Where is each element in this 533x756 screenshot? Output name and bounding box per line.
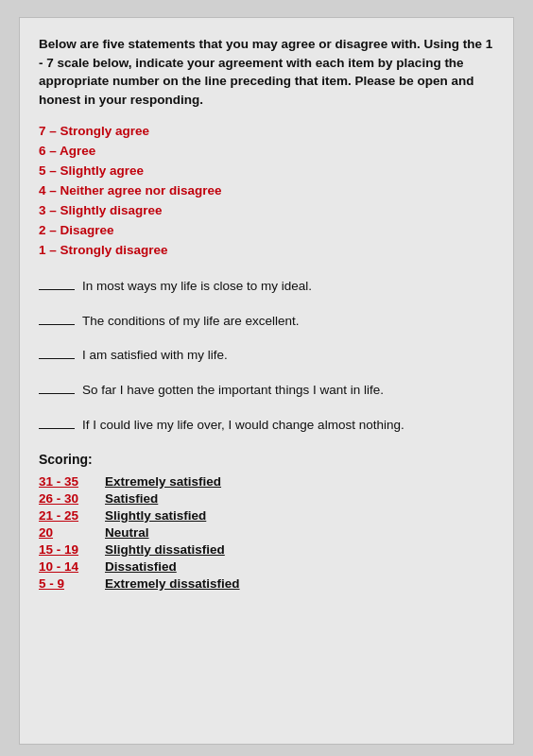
scale-item-2: 2 – Disagree [39,221,494,241]
scoring-row-6: 10 - 14 Dissatisfied [39,558,494,575]
score-range-2: 26 - 30 [39,490,105,507]
statement-row-3: I am satisfied with my life. [39,347,494,365]
instructions-text: Below are five statements that you may a… [39,35,494,109]
scale-item-1: 1 – Strongly disagree [39,241,494,261]
scale-item-5: 5 – Slightly agree [39,162,494,181]
scale-item-3: 3 – Slightly disagree [39,201,494,221]
score-label-5: Slightly dissatisfied [105,541,494,558]
score-range-6: 10 - 14 [39,558,105,575]
scoring-row-3: 21 - 25 Slightly satisfied [39,507,494,524]
scoring-row-4: 20 Neutral [39,524,494,541]
statement-row-4: So far I have gotten the important thing… [39,382,494,400]
score-label-3: Slightly satisfied [105,507,494,524]
answer-blank-3 [39,358,75,359]
score-label-7: Extremely dissatisfied [105,575,494,592]
statement-text-1: In most ways my life is close to my idea… [82,278,494,296]
scoring-title: Scoring: [39,452,494,467]
statement-text-2: The conditions of my life are excellent. [82,313,494,331]
score-range-7: 5 - 9 [39,575,105,592]
score-label-1: Extremely satisfied [105,472,494,490]
scoring-row-5: 15 - 19 Slightly dissatisfied [39,541,494,558]
statement-text-5: If I could live my life over, I would ch… [82,417,494,435]
scoring-row-1: 31 - 35 Extremely satisfied [39,472,494,490]
scale-list: 7 – Strongly agree 6 – Agree 5 – Slightl… [39,122,494,260]
scoring-table: 31 - 35 Extremely satisfied 26 - 30 Sati… [39,472,494,592]
answer-blank-5 [39,428,75,429]
answer-blank-2 [39,324,75,325]
scoring-row-7: 5 - 9 Extremely dissatisfied [39,575,494,592]
score-label-6: Dissatisfied [105,558,494,575]
score-range-4: 20 [39,524,105,541]
main-page: Below are five statements that you may a… [19,17,514,745]
statement-row-1: In most ways my life is close to my idea… [39,278,494,296]
answer-blank-4 [39,393,75,394]
statement-text-3: I am satisfied with my life. [82,347,494,365]
scale-item-6: 6 – Agree [39,142,494,162]
scoring-row-2: 26 - 30 Satisfied [39,490,494,507]
scale-item-4: 4 – Neither agree nor disagree [39,181,494,201]
statement-row-2: The conditions of my life are excellent. [39,313,494,331]
scale-item-7: 7 – Strongly agree [39,122,494,142]
score-range-3: 21 - 25 [39,507,105,524]
statement-row-5: If I could live my life over, I would ch… [39,417,494,435]
statements-section: In most ways my life is close to my idea… [39,278,494,435]
answer-blank-1 [39,289,75,290]
score-range-1: 31 - 35 [39,472,105,490]
statement-text-4: So far I have gotten the important thing… [82,382,494,400]
score-label-2: Satisfied [105,490,494,507]
scoring-section: Scoring: 31 - 35 Extremely satisfied 26 … [39,452,494,592]
score-label-4: Neutral [105,524,494,541]
score-range-5: 15 - 19 [39,541,105,558]
